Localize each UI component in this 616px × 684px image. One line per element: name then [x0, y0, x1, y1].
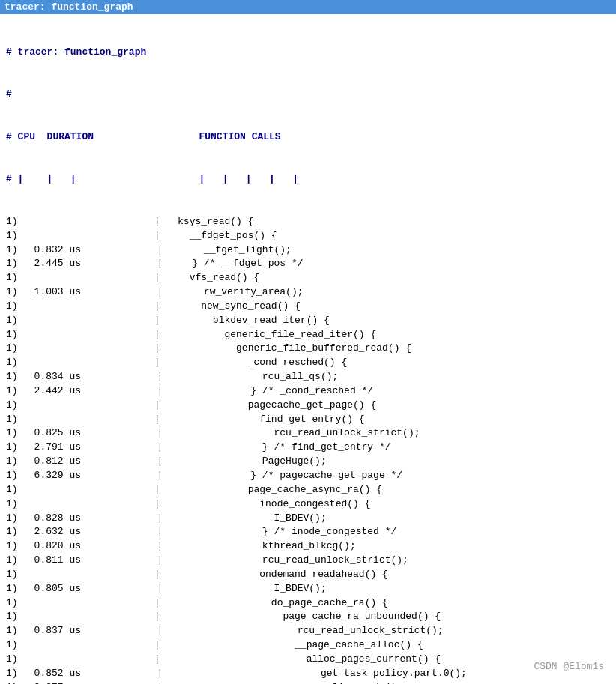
code-area: # tracer: function_graph # # CPU DURATIO…: [0, 14, 616, 684]
code-line: 1) 0.832 us | __fget_light();: [6, 243, 610, 258]
code-line: 1) 2.632 us | } /* inode_congested */: [6, 525, 610, 539]
code-line: 1) | generic_file_read_iter() {: [6, 328, 610, 342]
header-line3: # CPU DURATION FUNCTION CALLS: [6, 130, 610, 145]
code-line: 1) | page_cache_async_ra() {: [6, 483, 610, 497]
code-line: 1) 1.003 us | rw_verify_area();: [6, 285, 610, 300]
code-line: 1) 2.791 us | } /* find_get_entry */: [6, 441, 610, 455]
code-line: 1) 0.812 us | PageHuge();: [6, 455, 610, 469]
code-line: 1) 2.445 us | } /* __fdget_pos */: [6, 257, 610, 271]
title-bar: tracer: function_graph: [0, 0, 616, 14]
code-line: 1) | blkdev_read_iter() {: [6, 314, 610, 328]
code-line: 1) | new_sync_read() {: [6, 300, 610, 314]
code-line: 1) | find_get_entry() {: [6, 413, 610, 427]
title-text: tracer: function_graph: [4, 1, 133, 13]
code-line: 1) | do_page_cache_ra() {: [6, 596, 610, 611]
code-line: 1) 0.805 us | I_BDEV();: [6, 582, 610, 596]
code-line: 1) | _cond_resched() {: [6, 356, 610, 370]
code-line: 1) | ksys_read() {: [6, 215, 610, 229]
header-line1: # tracer: function_graph: [6, 46, 610, 60]
watermark: CSDN @Elpm1s: [534, 661, 604, 672]
code-line: 1) 0.877 us | policy_node();: [6, 681, 610, 684]
code-line: 1) 0.825 us | rcu_read_unlock_strict();: [6, 426, 610, 441]
code-line: 1) | vfs_read() {: [6, 271, 610, 285]
code-line: 1) | __page_cache_alloc() {: [6, 638, 610, 653]
code-line: 1) 0.828 us | I_BDEV();: [6, 512, 610, 526]
code-line: 1) | alloc_pages_current() {: [6, 653, 610, 667]
code-line: 1) 0.837 us | rcu_read_unlock_strict();: [6, 624, 610, 638]
code-line: 1) 2.442 us | } /* _cond_resched */: [6, 384, 610, 399]
code-line: 1) | __fdget_pos() {: [6, 229, 610, 243]
code-line: 1) 0.820 us | kthread_blkcg();: [6, 539, 610, 554]
header-line2: #: [6, 88, 610, 102]
code-line: 1) | page_cache_ra_unbounded() {: [6, 610, 610, 624]
code-line: 1) 0.852 us | get_task_policy.part.0();: [6, 667, 610, 681]
header-line4: # | | | | | | | |: [6, 172, 610, 187]
code-line: 1) | ondemand_readahead() {: [6, 568, 610, 582]
code-line: 1) 6.329 us | } /* pagecache_get_page */: [6, 469, 610, 483]
code-line: 1) | pagecache_get_page() {: [6, 399, 610, 413]
code-line: 1) | generic_file_buffered_read() {: [6, 342, 610, 356]
code-line: 1) 0.811 us | rcu_read_unlock_strict();: [6, 554, 610, 568]
code-line: 1) | inode_congested() {: [6, 497, 610, 512]
code-line: 1) 0.834 us | rcu_all_qs();: [6, 370, 610, 384]
